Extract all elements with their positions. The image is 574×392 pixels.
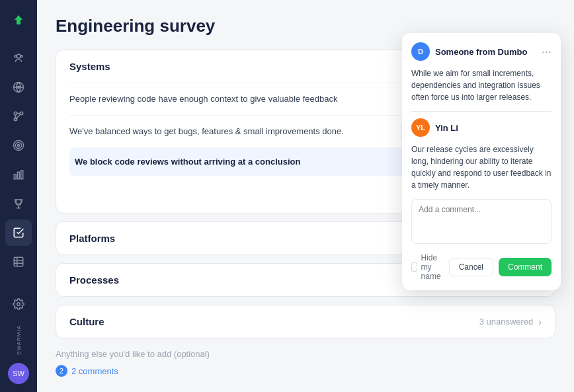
hide-name-label: Hide my name	[421, 253, 449, 281]
svg-point-3	[20, 56, 22, 58]
svg-point-6	[20, 112, 23, 115]
question-q1: People reviewing code have enough contex…	[69, 93, 399, 105]
hide-name-row: Hide my name	[411, 253, 449, 281]
user1-name: Someone from Dumbo	[435, 47, 527, 57]
sidebar-item-target[interactable]	[5, 132, 32, 159]
culture-unanswered-count: 3 unanswered	[479, 317, 534, 327]
optional-text: Anything else you'd like to add (optiona…	[56, 349, 555, 359]
culture-chevron-icon: ›	[538, 317, 542, 327]
svg-rect-14	[14, 257, 23, 266]
processes-section-title: Processes	[69, 274, 119, 286]
sidebar-item-layers[interactable]	[5, 249, 32, 275]
comment-header-user2: YL Yin Li	[411, 118, 552, 137]
svg-point-2	[15, 56, 17, 58]
sidebar: SWARMIA SW	[0, 0, 37, 392]
comment-divider	[411, 111, 552, 112]
comment-input[interactable]	[411, 199, 552, 244]
culture-section-meta: 3 unanswered ›	[479, 317, 542, 327]
comment-footer: Hide my name Cancel Comment	[411, 253, 552, 281]
sidebar-bottom: SWARMIA SW	[5, 291, 32, 384]
user-avatar[interactable]: SW	[8, 363, 29, 384]
culture-section-header[interactable]: Culture 3 unanswered ›	[56, 305, 555, 338]
submit-comment-button[interactable]: Comment	[499, 258, 552, 276]
user2-comment-text: Our release cycles are excessively long,…	[411, 143, 552, 191]
comment-header-user1: D Someone from Dumbo ···	[411, 42, 552, 61]
app-logo	[7, 8, 30, 32]
comments-count-icon: 2	[56, 365, 67, 377]
sidebar-item-trophy[interactable]	[5, 190, 32, 217]
comments-label: 2 comments	[71, 366, 118, 376]
question-q2: We've balanced ways to get bugs, feature…	[69, 126, 393, 137]
hide-name-checkbox[interactable]	[411, 262, 417, 272]
svg-rect-11	[14, 175, 16, 179]
svg-point-9	[16, 143, 22, 149]
comment-actions: Cancel Comment	[449, 258, 552, 276]
svg-point-15	[17, 303, 20, 306]
sidebar-item-settings[interactable]	[5, 291, 32, 317]
platforms-section-title: Platforms	[69, 233, 115, 244]
main-content: Engineering survey Systems 1 unanswered …	[37, 0, 574, 392]
user2-name: Yin Li	[435, 123, 458, 133]
user1-avatar: D	[411, 42, 430, 61]
sidebar-item-survey[interactable]	[5, 219, 32, 246]
comment-popup: D Someone from Dumbo ··· While we aim fo…	[402, 33, 561, 290]
sidebar-item-branch[interactable]	[5, 103, 32, 130]
comment-more-icon[interactable]: ···	[542, 46, 552, 58]
sidebar-brand-label: SWARMIA	[16, 325, 22, 355]
sidebar-item-chart[interactable]	[5, 161, 32, 188]
svg-rect-12	[18, 172, 20, 179]
systems-section-title: Systems	[69, 61, 110, 72]
comment-user2: YL Yin Li	[411, 118, 458, 137]
comment-user1: D Someone from Dumbo	[411, 42, 527, 61]
user1-comment-text: While we aim for small increments, depen…	[411, 67, 552, 103]
question-q3: We block code reviews without arriving a…	[75, 156, 395, 168]
user2-avatar: YL	[411, 118, 430, 137]
comments-button[interactable]: 2 2 comments	[56, 365, 118, 377]
culture-section: Culture 3 unanswered ›	[56, 305, 555, 338]
cancel-button[interactable]: Cancel	[449, 258, 493, 276]
svg-point-1	[17, 54, 20, 58]
sidebar-item-home[interactable]	[5, 45, 32, 71]
svg-point-5	[14, 112, 17, 115]
svg-point-10	[18, 145, 20, 147]
sidebar-item-network[interactable]	[5, 74, 32, 100]
svg-rect-13	[21, 171, 23, 179]
culture-section-title: Culture	[69, 316, 104, 327]
